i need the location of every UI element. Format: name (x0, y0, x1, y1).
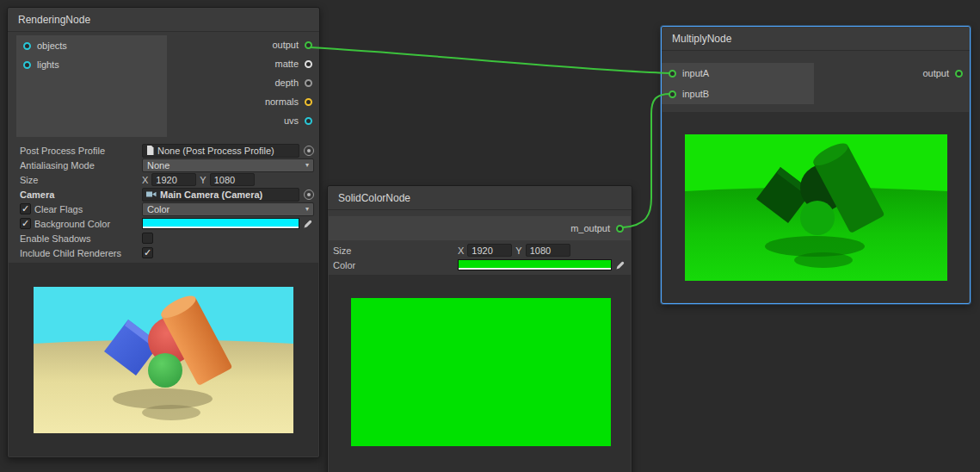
color-swatch[interactable] (458, 259, 612, 270)
multiply-node-title[interactable]: MultiplyNode (662, 27, 970, 51)
solid-color-preview-pane (329, 275, 631, 472)
axis-label-x: X (458, 245, 464, 256)
document-icon (146, 146, 154, 155)
port-dot-uvs-icon[interactable] (305, 117, 312, 125)
rendering-node-inspector: Post Process Profile None (Post Process … (8, 140, 319, 260)
axis-label-x: X (142, 175, 148, 185)
port-dot-depth-icon[interactable] (305, 79, 312, 87)
property-row-enable-shadows: Enable Shadows (20, 231, 314, 245)
property-label: Size (20, 175, 139, 185)
solid-color-node[interactable]: SolidColorNode m_output Size X Y Color (327, 185, 632, 472)
chevron-down-icon: ▾ (305, 205, 309, 213)
input-port-objects[interactable]: objects (16, 36, 167, 55)
input-port-inputB[interactable]: inputB (662, 84, 814, 104)
camera-field[interactable]: Main Camera (Camera) (142, 188, 299, 202)
property-label: Size (333, 245, 454, 256)
rendering-node-preview-pane (9, 263, 318, 456)
multiply-node[interactable]: MultiplyNode inputA inputB output (661, 26, 971, 304)
multiply-node-inputs-panel: inputA inputB (662, 63, 814, 104)
port-label: inputA (682, 68, 709, 78)
property-label: Antialiasing Mode (20, 160, 139, 171)
property-label: Enable Shadows (20, 233, 139, 244)
rendering-preview-image (34, 287, 293, 433)
property-row-antialiasing-mode: Antialiasing Mode None ▾ (20, 158, 314, 172)
property-label: Camera (20, 189, 139, 200)
camera-icon (146, 190, 157, 198)
port-dot-normals-icon[interactable] (305, 98, 312, 106)
port-label: normals (265, 96, 299, 107)
dropdown-value: Color (147, 204, 169, 214)
size-y-input[interactable] (210, 173, 255, 186)
port-label: matte (274, 59, 299, 69)
port-label: inputB (682, 89, 709, 99)
property-row-size: Size X Y (333, 243, 626, 258)
port-dot-matte-icon[interactable] (305, 60, 312, 68)
output-port-m-output[interactable]: m_output (329, 216, 631, 240)
port-label: uvs (284, 115, 299, 126)
object-field-value: None (Post Process Profile) (157, 146, 274, 156)
background-color-swatch[interactable] (142, 218, 299, 229)
rendering-node-ports: objects lights output matte depth (8, 32, 319, 140)
eyedropper-icon[interactable] (615, 259, 626, 270)
clear-flags-dropdown[interactable]: Color ▾ (142, 202, 314, 216)
object-field-value: Main Camera (Camera) (160, 189, 262, 200)
multiply-preview-image (685, 134, 947, 281)
input-port-lights[interactable]: lights (16, 55, 167, 74)
output-port-output[interactable]: output (173, 35, 319, 54)
port-dot-m-output-icon[interactable] (616, 225, 624, 233)
antialiasing-mode-dropdown[interactable]: None ▾ (142, 158, 314, 172)
property-label: Include Child Renderers (20, 248, 139, 258)
solid-color-node-inspector: Size X Y Color (333, 243, 626, 272)
property-row-clear-flags: Clear Flags Color ▾ (20, 202, 314, 216)
post-process-profile-field[interactable]: None (Post Process Profile) (142, 144, 299, 158)
clear-flags-checkbox[interactable] (20, 203, 31, 214)
output-port-depth[interactable]: depth (173, 73, 319, 92)
solid-color-preview-image (351, 298, 611, 446)
wire-rendering-output-to-multiply-inputA[interactable] (310, 47, 670, 73)
multiply-node-ports: inputA inputB output (662, 51, 970, 104)
property-row-post-process-profile: Post Process Profile None (Post Process … (20, 143, 314, 158)
rendering-node-inputs-panel: objects lights (16, 35, 167, 137)
property-row-size: Size X Y (20, 172, 314, 187)
port-dot-lights-icon[interactable] (23, 61, 31, 69)
size-x-input[interactable] (467, 244, 512, 257)
rendering-node-outputs: output matte depth normals uvs (173, 35, 319, 130)
object-picker-icon[interactable] (304, 146, 314, 156)
size-x-input[interactable] (151, 173, 196, 186)
port-label: output (922, 68, 949, 78)
port-label: objects (37, 40, 67, 51)
multiply-node-preview-pane (663, 112, 969, 302)
property-label: Post Process Profile (20, 146, 139, 156)
port-label: lights (37, 59, 59, 70)
port-dot-objects-icon[interactable] (23, 42, 31, 50)
port-label: m_output (570, 223, 610, 233)
eyedropper-icon[interactable] (303, 218, 314, 229)
background-color-checkbox[interactable] (20, 218, 31, 229)
enable-shadows-checkbox[interactable] (142, 233, 153, 244)
input-port-inputA[interactable]: inputA (662, 63, 814, 84)
property-label: Clear Flags (34, 204, 139, 214)
output-port-uvs[interactable]: uvs (173, 111, 319, 130)
size-y-input[interactable] (526, 244, 570, 257)
output-port-matte[interactable]: matte (173, 54, 319, 73)
multiply-node-outputs: output (832, 63, 970, 84)
port-dot-output-icon[interactable] (955, 70, 963, 78)
output-port-normals[interactable]: normals (173, 92, 319, 111)
port-label: output (272, 40, 299, 50)
rendering-node-title[interactable]: RenderingNode (8, 8, 319, 32)
node-graph-canvas[interactable]: RenderingNode objects lights output m (0, 0, 980, 472)
property-row-camera: Camera Main Camera (Camera) (20, 187, 314, 202)
solid-color-node-title[interactable]: SolidColorNode (328, 186, 632, 210)
chevron-down-icon: ▾ (305, 161, 309, 169)
port-label: depth (274, 78, 299, 88)
property-label: Background Color (34, 219, 139, 229)
property-row-color: Color (333, 258, 626, 272)
output-port-output[interactable]: output (832, 63, 970, 84)
property-row-background-color: Background Color (20, 216, 314, 231)
dropdown-value: None (147, 160, 169, 171)
include-child-renderers-checkbox[interactable] (142, 247, 153, 258)
rendering-node[interactable]: RenderingNode objects lights output m (7, 7, 320, 458)
property-label: Color (333, 260, 454, 270)
object-picker-icon[interactable] (304, 189, 314, 200)
axis-label-y: Y (200, 175, 206, 185)
